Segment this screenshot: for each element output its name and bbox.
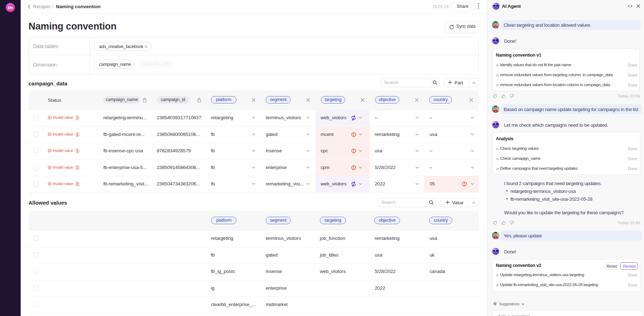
svg-text:im: im xyxy=(7,5,13,10)
